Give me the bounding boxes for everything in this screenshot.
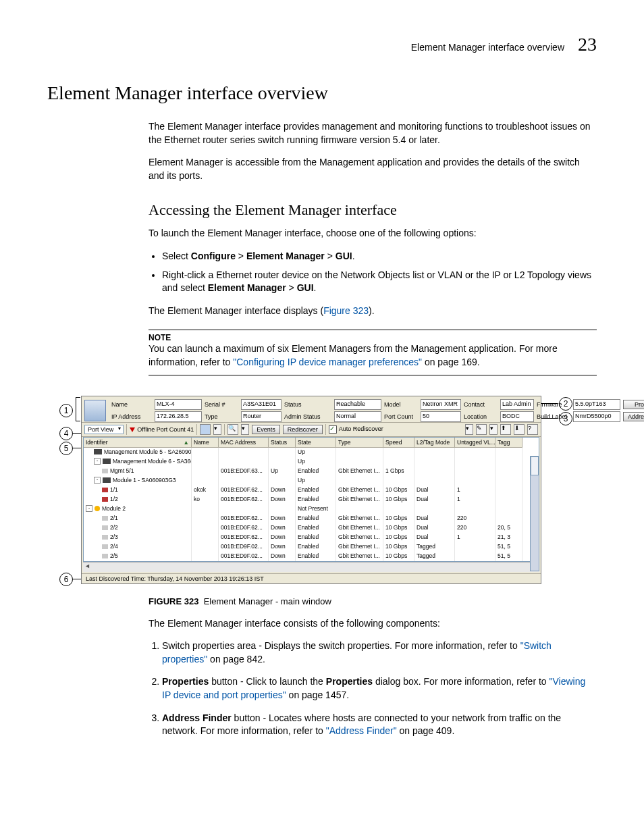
table-row[interactable]: 2/4001B:ED9F.02...DownEnabledGbit Ethern…	[84, 542, 539, 552]
figure-323: 1 2 3 4 5 6 Name MLX-4 Serial # A3SA31E0…	[47, 396, 597, 584]
vertical-scrollbar[interactable]	[530, 456, 539, 571]
toolbar-dropdown-icon[interactable]: ▾	[489, 424, 498, 435]
table-row[interactable]: -Module 1 - SA060903G3Up	[84, 476, 539, 486]
toolbar: Port View Offline Port Count 41 ▾ 🔍 ▾ Ev…	[82, 422, 541, 437]
port-count-field: 50	[421, 411, 461, 422]
build-label-field: NmrD5500p0	[573, 411, 620, 422]
toolbar-dropdown-icon[interactable]: ▾	[465, 424, 473, 435]
note-heading: NOTE	[149, 330, 597, 342]
firmware-field: 5.5.0pT163	[573, 399, 620, 410]
label: Location	[464, 413, 498, 420]
callout-brace	[76, 397, 80, 421]
figure-caption: FIGURE 323 Element Manager - main window	[149, 596, 597, 606]
table-row[interactable]: 2/1001B:ED0F.62...DownEnabledGbit Ethern…	[84, 514, 539, 523]
type-field: Router	[241, 411, 281, 422]
label: Status	[284, 401, 331, 408]
figure-reference-link[interactable]: Figure 323	[323, 305, 369, 316]
down-arrow-icon[interactable]: ⬇	[514, 424, 525, 435]
model-field: NetIron XMR	[421, 399, 461, 410]
list-item: Switch properties area - Displays the sw…	[162, 640, 597, 666]
admin-status-field: Normal	[334, 411, 381, 422]
legend-dropdown-icon[interactable]: ▾	[213, 424, 221, 435]
down-arrow-icon	[130, 427, 135, 432]
page-heading: Element Manager interface overview	[47, 82, 597, 104]
running-header: Element Manager interface overview	[411, 42, 564, 53]
status-field: Reachable	[334, 399, 381, 410]
events-button[interactable]: Events	[252, 425, 280, 434]
col-tagg[interactable]: Tagg	[495, 438, 522, 448]
element-manager-window: Name MLX-4 Serial # A3SA31E01 Status Rea…	[81, 396, 541, 584]
status-bar: Last Discovered Time: Thursday, 14 Novem…	[82, 573, 541, 583]
table-row[interactable]: 1/1okok001B:ED0F.62...DownEnabledGbit Et…	[84, 486, 539, 495]
device-icon	[84, 400, 106, 421]
callout-5: 5	[59, 442, 73, 455]
page-number: 23	[578, 34, 597, 55]
col-l2[interactable]: L2/Tag Mode	[414, 438, 455, 448]
note-link[interactable]: "Configuring IP device manager preferenc…	[233, 357, 422, 367]
col-mac[interactable]: MAC Address	[219, 438, 269, 448]
label: IP Address	[111, 413, 152, 420]
label: Firmware	[537, 401, 570, 408]
label: Build Label	[537, 413, 570, 420]
callout-leader	[73, 579, 81, 579]
table-row[interactable]: 2/2001B:ED0F.62...DownEnabledGbit Ethern…	[84, 523, 539, 533]
callout-4: 4	[59, 427, 73, 440]
label: Model	[384, 401, 418, 408]
section-heading: Accessing the Element Manager interface	[149, 201, 597, 219]
paragraph: To launch the Element Manager interface,…	[149, 227, 597, 240]
label: Name	[111, 401, 152, 408]
contact-field[interactable]: Lab Admin	[500, 399, 534, 410]
list-item: Address Finder button - Locates where ho…	[162, 712, 597, 738]
properties-button[interactable]: Properties	[623, 400, 644, 409]
label: Serial #	[205, 401, 238, 408]
table-row[interactable]: 2/3001B:ED0F.62...DownEnabledGbit Ethern…	[84, 533, 539, 542]
name-field[interactable]: MLX-4	[155, 399, 202, 410]
auto-rediscover-checkbox[interactable]: Auto Rediscover	[329, 425, 383, 434]
callout-1: 1	[59, 404, 73, 417]
table-row[interactable]: Mgmt 5/1001B:ED0F.63...UpEnabledGbit Eth…	[84, 467, 539, 476]
callout-leader	[73, 448, 81, 448]
label: Contact	[464, 401, 498, 408]
search-dropdown-icon[interactable]: ▾	[241, 424, 249, 435]
table-row[interactable]: -Management Module 6 - SA36092006Up	[84, 457, 539, 467]
cross-reference-link[interactable]: "Address Finder"	[326, 725, 397, 736]
label: Port Count	[384, 413, 418, 420]
col-speed[interactable]: Speed	[383, 438, 414, 448]
address-finder-button[interactable]: Address Finder	[623, 412, 644, 421]
table-row[interactable]: Management Module 5 - SA26090806Up	[84, 448, 539, 457]
rediscover-button[interactable]: Rediscover	[283, 425, 323, 434]
checkbox-icon	[329, 425, 337, 434]
horizontal-scrollbar[interactable]	[83, 562, 539, 572]
col-name[interactable]: Name	[192, 438, 219, 448]
legend-swatch[interactable]	[200, 424, 211, 435]
paragraph: The Element Manager interface consists o…	[149, 617, 597, 631]
switch-properties-area: Name MLX-4 Serial # A3SA31E01 Status Rea…	[82, 396, 541, 422]
callout-6: 6	[59, 573, 73, 586]
paragraph: The Element Manager interface provides m…	[149, 120, 597, 147]
paragraph: The Element Manager interface displays (…	[149, 305, 597, 318]
table-row[interactable]: -Module 2Not Present	[84, 504, 539, 514]
note-body: You can launch a maximum of six Element …	[149, 342, 597, 375]
col-untagged[interactable]: Untagged VL...	[455, 438, 495, 448]
label: Type	[205, 413, 238, 420]
ip-field[interactable]: 172.26.28.5	[155, 411, 202, 422]
table-row[interactable]: 1/2ko001B:ED0F.62...DownEnabledGbit Ethe…	[84, 495, 539, 504]
col-state[interactable]: State	[296, 438, 336, 448]
list-item: Right-click a Ethernet router device on …	[162, 269, 597, 295]
serial-field[interactable]: A3SA31E01	[241, 399, 281, 410]
help-icon[interactable]: ?	[527, 424, 538, 435]
table-row[interactable]: 2/5001B:ED9F.02...DownEnabledGbit Ethern…	[84, 552, 539, 561]
location-field[interactable]: BODC	[500, 411, 534, 422]
brush-icon[interactable]: ✎	[476, 424, 487, 435]
table-header-row: Identifier ▲ Name MAC Address Status Sta…	[84, 438, 539, 448]
port-table: Identifier ▲ Name MAC Address Status Sta…	[83, 437, 539, 562]
port-view-dropdown[interactable]: Port View	[84, 425, 124, 434]
col-identifier[interactable]: Identifier ▲	[84, 438, 192, 448]
search-icon[interactable]: 🔍	[227, 424, 238, 435]
col-type[interactable]: Type	[336, 438, 383, 448]
col-status[interactable]: Status	[269, 438, 296, 448]
paragraph: Element Manager is accessible from the M…	[149, 156, 597, 182]
up-arrow-icon[interactable]: ⬆	[500, 424, 511, 435]
callout-leader	[73, 433, 81, 434]
list-item: Select Configure > Element Manager > GUI…	[162, 250, 597, 263]
